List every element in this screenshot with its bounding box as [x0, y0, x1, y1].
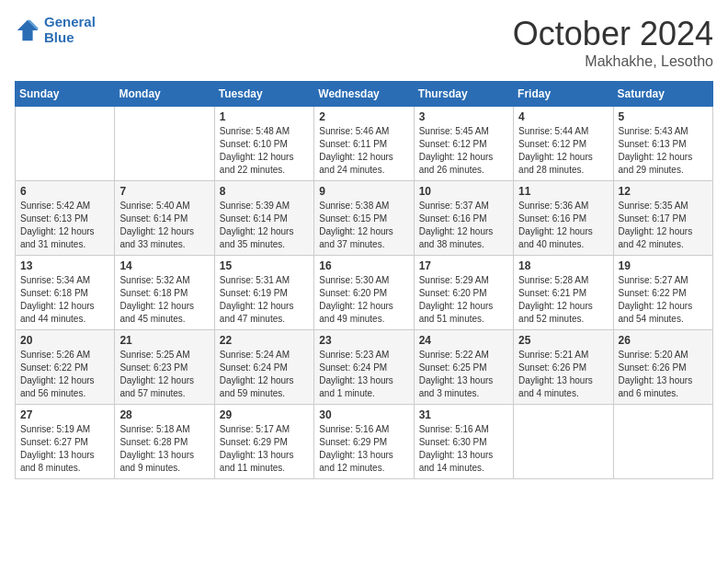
calendar-week-row: 6Sunrise: 5:42 AM Sunset: 6:13 PM Daylig… [16, 181, 713, 256]
column-header-wednesday: Wednesday [314, 82, 414, 107]
column-header-thursday: Thursday [414, 82, 513, 107]
day-info: Sunrise: 5:37 AM Sunset: 6:16 PM Dayligh… [419, 200, 508, 251]
logo-subtext: Blue [44, 30, 96, 46]
calendar-cell: 29Sunrise: 5:17 AM Sunset: 6:29 PM Dayli… [214, 405, 313, 479]
day-info: Sunrise: 5:45 AM Sunset: 6:12 PM Dayligh… [419, 125, 508, 177]
column-header-monday: Monday [115, 82, 214, 107]
day-number: 13 [20, 259, 109, 272]
calendar-week-row: 20Sunrise: 5:26 AM Sunset: 6:22 PM Dayli… [16, 330, 713, 405]
calendar-cell: 10Sunrise: 5:37 AM Sunset: 6:16 PM Dayli… [414, 181, 513, 256]
calendar-cell: 4Sunrise: 5:44 AM Sunset: 6:12 PM Daylig… [514, 107, 613, 181]
day-number: 14 [119, 259, 209, 272]
column-header-tuesday: Tuesday [214, 82, 313, 107]
day-info: Sunrise: 5:25 AM Sunset: 6:23 PM Dayligh… [119, 349, 209, 400]
day-number: 7 [119, 185, 209, 198]
day-info: Sunrise: 5:34 AM Sunset: 6:18 PM Dayligh… [20, 274, 109, 326]
day-info: Sunrise: 5:16 AM Sunset: 6:29 PM Dayligh… [319, 423, 408, 475]
day-info: Sunrise: 5:42 AM Sunset: 6:13 PM Dayligh… [20, 200, 109, 251]
calendar-cell: 24Sunrise: 5:22 AM Sunset: 6:25 PM Dayli… [414, 330, 513, 405]
day-info: Sunrise: 5:26 AM Sunset: 6:22 PM Dayligh… [20, 349, 109, 400]
day-info: Sunrise: 5:46 AM Sunset: 6:11 PM Dayligh… [319, 125, 408, 177]
calendar-cell: 23Sunrise: 5:23 AM Sunset: 6:24 PM Dayli… [314, 330, 414, 405]
day-number: 27 [20, 408, 109, 421]
day-info: Sunrise: 5:40 AM Sunset: 6:14 PM Dayligh… [119, 200, 209, 251]
day-info: Sunrise: 5:16 AM Sunset: 6:30 PM Dayligh… [419, 423, 508, 475]
calendar-cell [613, 405, 712, 479]
day-number: 4 [518, 110, 608, 123]
day-number: 19 [619, 259, 708, 272]
day-info: Sunrise: 5:28 AM Sunset: 6:21 PM Dayligh… [518, 274, 608, 326]
calendar-table: SundayMondayTuesdayWednesdayThursdayFrid… [15, 81, 713, 479]
calendar-cell: 25Sunrise: 5:21 AM Sunset: 6:26 PM Dayli… [514, 330, 613, 405]
day-number: 3 [419, 110, 508, 123]
column-header-sunday: Sunday [16, 82, 115, 107]
location-title: Makhakhe, Lesotho [513, 53, 713, 70]
logo: General Blue [15, 15, 96, 45]
day-info: Sunrise: 5:44 AM Sunset: 6:12 PM Dayligh… [518, 125, 608, 177]
page-header: General Blue October 2024 Makhakhe, Leso… [15, 15, 713, 70]
day-info: Sunrise: 5:48 AM Sunset: 6:10 PM Dayligh… [220, 125, 309, 177]
day-number: 30 [319, 408, 408, 421]
day-number: 16 [319, 259, 408, 272]
calendar-cell: 19Sunrise: 5:27 AM Sunset: 6:22 PM Dayli… [613, 256, 712, 330]
calendar-cell: 12Sunrise: 5:35 AM Sunset: 6:17 PM Dayli… [613, 181, 712, 256]
calendar-cell: 20Sunrise: 5:26 AM Sunset: 6:22 PM Dayli… [16, 330, 115, 405]
calendar-cell: 17Sunrise: 5:29 AM Sunset: 6:20 PM Dayli… [414, 256, 513, 330]
day-info: Sunrise: 5:29 AM Sunset: 6:20 PM Dayligh… [419, 274, 508, 326]
day-info: Sunrise: 5:43 AM Sunset: 6:13 PM Dayligh… [619, 125, 708, 177]
day-number: 28 [119, 408, 209, 421]
logo-text: General [44, 15, 96, 30]
calendar-cell: 16Sunrise: 5:30 AM Sunset: 6:20 PM Dayli… [314, 256, 414, 330]
logo-icon [15, 17, 40, 43]
calendar-cell: 3Sunrise: 5:45 AM Sunset: 6:12 PM Daylig… [414, 107, 513, 181]
calendar-cell: 13Sunrise: 5:34 AM Sunset: 6:18 PM Dayli… [16, 256, 115, 330]
calendar-cell: 27Sunrise: 5:19 AM Sunset: 6:27 PM Dayli… [16, 405, 115, 479]
day-info: Sunrise: 5:31 AM Sunset: 6:19 PM Dayligh… [220, 274, 309, 326]
day-info: Sunrise: 5:38 AM Sunset: 6:15 PM Dayligh… [319, 200, 408, 251]
day-info: Sunrise: 5:20 AM Sunset: 6:26 PM Dayligh… [619, 349, 708, 400]
day-number: 31 [419, 408, 508, 421]
svg-marker-0 [17, 19, 38, 40]
calendar-cell: 18Sunrise: 5:28 AM Sunset: 6:21 PM Dayli… [514, 256, 613, 330]
column-header-saturday: Saturday [613, 82, 712, 107]
day-number: 22 [220, 334, 309, 347]
day-info: Sunrise: 5:17 AM Sunset: 6:29 PM Dayligh… [220, 423, 309, 475]
day-number: 17 [419, 259, 508, 272]
day-number: 5 [619, 110, 708, 123]
day-info: Sunrise: 5:35 AM Sunset: 6:17 PM Dayligh… [619, 200, 708, 251]
day-number: 26 [619, 334, 708, 347]
calendar-cell: 2Sunrise: 5:46 AM Sunset: 6:11 PM Daylig… [314, 107, 414, 181]
day-number: 15 [220, 259, 309, 272]
calendar-cell: 9Sunrise: 5:38 AM Sunset: 6:15 PM Daylig… [314, 181, 414, 256]
day-info: Sunrise: 5:39 AM Sunset: 6:14 PM Dayligh… [220, 200, 309, 251]
day-number: 2 [319, 110, 408, 123]
day-number: 1 [220, 110, 309, 123]
calendar-week-row: 27Sunrise: 5:19 AM Sunset: 6:27 PM Dayli… [16, 405, 713, 479]
column-header-friday: Friday [514, 82, 613, 107]
day-number: 25 [518, 334, 608, 347]
calendar-cell: 21Sunrise: 5:25 AM Sunset: 6:23 PM Dayli… [115, 330, 214, 405]
calendar-cell [16, 107, 115, 181]
day-number: 18 [518, 259, 608, 272]
calendar-cell: 15Sunrise: 5:31 AM Sunset: 6:19 PM Dayli… [214, 256, 313, 330]
day-number: 6 [20, 185, 109, 198]
calendar-cell: 26Sunrise: 5:20 AM Sunset: 6:26 PM Dayli… [613, 330, 712, 405]
day-number: 21 [119, 334, 209, 347]
day-number: 23 [319, 334, 408, 347]
calendar-cell: 1Sunrise: 5:48 AM Sunset: 6:10 PM Daylig… [214, 107, 313, 181]
day-number: 11 [518, 185, 608, 198]
day-info: Sunrise: 5:19 AM Sunset: 6:27 PM Dayligh… [20, 423, 109, 475]
day-info: Sunrise: 5:36 AM Sunset: 6:16 PM Dayligh… [518, 200, 608, 251]
calendar-cell: 28Sunrise: 5:18 AM Sunset: 6:28 PM Dayli… [115, 405, 214, 479]
calendar-cell: 5Sunrise: 5:43 AM Sunset: 6:13 PM Daylig… [613, 107, 712, 181]
day-info: Sunrise: 5:27 AM Sunset: 6:22 PM Dayligh… [619, 274, 708, 326]
day-number: 9 [319, 185, 408, 198]
day-number: 20 [20, 334, 109, 347]
day-info: Sunrise: 5:32 AM Sunset: 6:18 PM Dayligh… [119, 274, 209, 326]
day-info: Sunrise: 5:23 AM Sunset: 6:24 PM Dayligh… [319, 349, 408, 400]
calendar-cell: 31Sunrise: 5:16 AM Sunset: 6:30 PM Dayli… [414, 405, 513, 479]
calendar-cell: 8Sunrise: 5:39 AM Sunset: 6:14 PM Daylig… [214, 181, 313, 256]
calendar-cell: 14Sunrise: 5:32 AM Sunset: 6:18 PM Dayli… [115, 256, 214, 330]
day-number: 10 [419, 185, 508, 198]
calendar-week-row: 1Sunrise: 5:48 AM Sunset: 6:10 PM Daylig… [16, 107, 713, 181]
